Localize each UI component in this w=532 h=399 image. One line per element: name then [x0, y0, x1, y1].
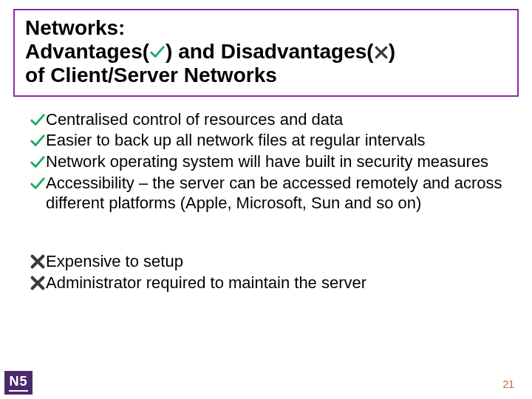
tick-icon — [149, 44, 166, 60]
tick-icon — [30, 154, 46, 170]
cross-icon — [30, 253, 46, 270]
advantage-text: Centralised control of resources and dat… — [46, 110, 502, 130]
disadvantage-text: Administrator required to maintain the s… — [46, 273, 502, 293]
title-box: Networks: Advantages() and Disadvantages… — [13, 9, 519, 97]
logo-badge: N5 — [4, 371, 33, 395]
title-part-a: Advantages( — [25, 40, 149, 63]
advantage-text: Accessibility – the server can be access… — [46, 174, 502, 214]
title-line-2: Advantages() and Disadvantages() — [25, 40, 507, 64]
title-part-c: ) — [389, 40, 395, 63]
advantage-item: Centralised control of resources and dat… — [30, 110, 502, 130]
title-part-b: ) and Disadvantages( — [166, 40, 374, 63]
content-area: Centralised control of resources and dat… — [0, 97, 532, 293]
disadvantage-text: Expensive to setup — [46, 252, 502, 272]
page-number: 21 — [502, 378, 514, 390]
tick-icon — [30, 132, 46, 149]
advantage-item: Network operating system will have built… — [30, 152, 502, 172]
disadvantage-item: Administrator required to maintain the s… — [30, 273, 502, 293]
title-line-1: Networks: — [25, 16, 507, 40]
advantage-item: Accessibility – the server can be access… — [30, 174, 502, 214]
title-line-3: of Client/Server Networks — [25, 64, 507, 87]
cross-icon — [374, 45, 389, 60]
tick-icon — [30, 175, 46, 191]
tick-icon — [30, 112, 46, 128]
disadvantage-item: Expensive to setup — [30, 252, 502, 272]
advantage-text: Easier to back up all network files at r… — [46, 131, 502, 151]
cross-icon — [30, 275, 46, 291]
advantage-text: Network operating system will have built… — [46, 152, 502, 172]
advantage-item: Easier to back up all network files at r… — [30, 131, 502, 151]
logo-text: N5 — [9, 374, 27, 392]
